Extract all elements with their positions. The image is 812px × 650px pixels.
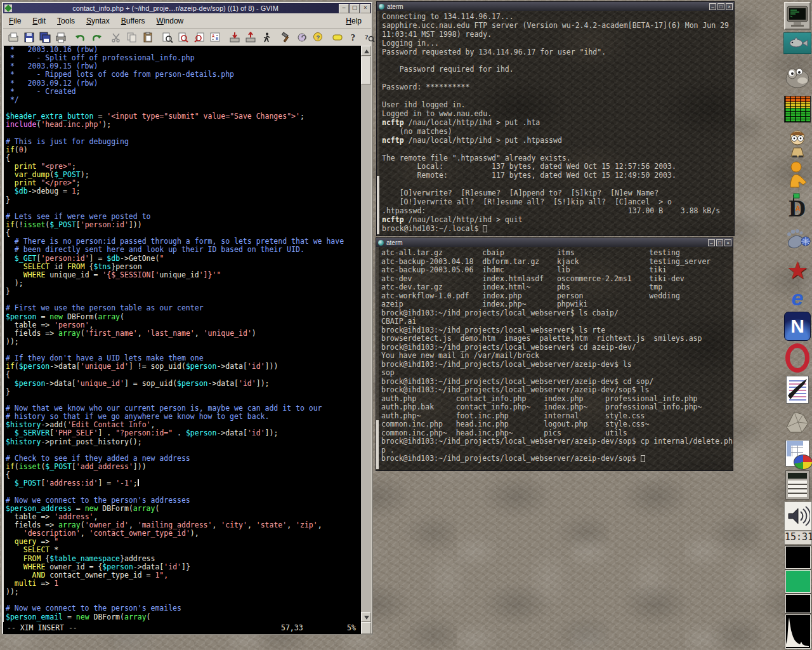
load-histogram[interactable] xyxy=(785,614,811,649)
equalizer[interactable] xyxy=(783,94,812,124)
svg-text:?: ? xyxy=(316,34,320,40)
vim-icon xyxy=(4,4,12,12)
gvim-title: contact_info.php + (~/ihd_proje…r/azeip-… xyxy=(12,4,339,12)
terminal-scrollbar[interactable] xyxy=(376,247,379,470)
make-icon[interactable] xyxy=(278,30,294,45)
svg-text:?: ? xyxy=(351,33,355,43)
gvim-toolbar: AB ? ? ? xyxy=(3,29,371,46)
maximize-button[interactable]: ▢ xyxy=(350,4,360,13)
abiword[interactable] xyxy=(783,375,812,405)
scrollbar-thumb[interactable] xyxy=(361,56,371,84)
close-button[interactable]: × xyxy=(726,3,733,10)
gnumeric[interactable] xyxy=(783,438,812,468)
scrollbar-thumb[interactable] xyxy=(376,420,379,469)
aterm-title: aterm xyxy=(386,239,403,246)
gvim-scrollbar[interactable] xyxy=(361,46,371,622)
meter-2[interactable] xyxy=(785,594,811,613)
tag-jump-icon[interactable]: ? xyxy=(310,30,325,45)
maximize-button[interactable]: □ xyxy=(716,239,723,246)
resize-grip[interactable] xyxy=(361,622,371,634)
aterm-icon xyxy=(379,4,384,10)
help-note-icon[interactable] xyxy=(329,30,345,45)
blue-e[interactable]: e xyxy=(783,286,812,310)
person-glasses[interactable] xyxy=(783,127,812,159)
svg-text:?: ? xyxy=(365,33,369,41)
svg-text:A: A xyxy=(796,205,800,212)
close-button[interactable]: × xyxy=(360,4,370,13)
volume[interactable] xyxy=(784,501,812,531)
gimp[interactable] xyxy=(783,58,812,91)
menu-file[interactable]: File xyxy=(3,15,27,27)
find-icon[interactable] xyxy=(159,30,175,45)
save-icon[interactable] xyxy=(21,30,37,45)
load-session-icon[interactable] xyxy=(226,30,242,45)
minimize-button[interactable]: – xyxy=(708,239,715,246)
redo-icon[interactable] xyxy=(88,30,104,45)
find-prev-icon[interactable] xyxy=(191,30,207,45)
opera[interactable] xyxy=(783,343,812,373)
help-icon[interactable]: ? xyxy=(345,30,361,45)
meter-1[interactable] xyxy=(785,546,811,569)
find-help-icon[interactable]: ? xyxy=(361,30,377,45)
menu-help[interactable]: Help xyxy=(340,15,367,27)
calculator[interactable] xyxy=(783,470,812,500)
vim-mode: -- XIM INSERT -- xyxy=(7,622,77,634)
terminal-dockapp[interactable] xyxy=(784,2,811,30)
svg-text:B: B xyxy=(216,36,218,41)
close-button[interactable]: × xyxy=(724,239,731,246)
build-tags-icon[interactable] xyxy=(294,30,310,45)
print-icon[interactable] xyxy=(53,30,69,45)
cursor-position: 57,33 xyxy=(281,622,303,634)
minimize-button[interactable]: – xyxy=(339,4,349,13)
find-next-icon[interactable] xyxy=(175,30,191,45)
aterm-shell-window: aterm – □ × atc-all.tar.gz cbaip itms te… xyxy=(376,237,733,471)
undo-icon[interactable] xyxy=(72,30,88,45)
menu-window[interactable]: Window xyxy=(151,15,190,27)
open-file-icon[interactable] xyxy=(5,30,21,45)
replace-icon[interactable]: AB xyxy=(207,30,223,45)
gvim-window: contact_info.php + (~/ihd_proje…r/azeip-… xyxy=(1,1,373,635)
aterm-ftp-window: aterm – □ × Connecting to 134.114.96.17.… xyxy=(376,1,735,236)
gvim-statusbar: -- XIM INSERT -- 57,33 5% xyxy=(3,622,362,634)
scroll-down-arrow-icon[interactable] xyxy=(361,612,371,622)
gvim-titlebar[interactable]: contact_info.php + (~/ihd_proje…r/azeip-… xyxy=(3,3,371,13)
netscape[interactable]: N xyxy=(783,311,812,342)
orange-figure[interactable] xyxy=(783,160,812,189)
terminal-scrollbar[interactable] xyxy=(377,11,379,235)
aterm-titlebar[interactable]: aterm – □ × xyxy=(376,238,733,247)
paste-icon[interactable] xyxy=(140,30,155,45)
scrollbar-thumb[interactable] xyxy=(377,176,379,234)
menu-edit[interactable]: Edit xyxy=(27,15,51,27)
save-session-icon[interactable] xyxy=(242,30,258,45)
save-all-icon[interactable] xyxy=(37,30,53,45)
code-area[interactable]: * 2003.10.16 (rbw) * - Split off of prof… xyxy=(4,46,363,622)
maximize-button[interactable]: □ xyxy=(717,3,724,10)
terminal-output[interactable]: Connecting to 134.114.96.17...sapphire.u… xyxy=(377,11,734,235)
menu-syntax[interactable]: Syntax xyxy=(81,15,115,27)
red-star[interactable]: ★ xyxy=(783,256,812,284)
aterm-icon xyxy=(378,240,384,246)
minimize-button[interactable]: – xyxy=(709,3,716,10)
cut-icon[interactable] xyxy=(108,30,124,45)
scroll-up-arrow-icon[interactable] xyxy=(361,46,371,56)
fish-aquarium[interactable] xyxy=(783,32,812,55)
gnome-foot-globe[interactable] xyxy=(783,223,812,254)
run-script-icon[interactable] xyxy=(258,30,274,45)
aterm-titlebar[interactable]: aterm – □ × xyxy=(377,2,734,11)
menu-tools[interactable]: Tools xyxy=(51,15,81,27)
gvim-menubar: FileEditToolsSyntaxBuffersWindowHelp xyxy=(3,13,371,29)
menu-buffers[interactable]: Buffers xyxy=(115,15,151,27)
copy-icon[interactable] xyxy=(124,30,140,45)
clock: 15:31 xyxy=(784,531,812,545)
dia-flag-d[interactable]: DA xyxy=(783,190,812,222)
clock-time: 15:31 xyxy=(785,531,812,543)
desktop: { "gvim": { "title": "contact_info.php +… xyxy=(0,0,812,650)
meter-green[interactable] xyxy=(785,570,811,593)
aterm-title: aterm xyxy=(387,3,403,10)
terminal-output[interactable]: atc-all.tar.gz cbaip itms testingatc-bac… xyxy=(376,247,733,470)
scroll-percent: 5% xyxy=(347,622,356,634)
crumpled-paper[interactable] xyxy=(783,406,812,437)
